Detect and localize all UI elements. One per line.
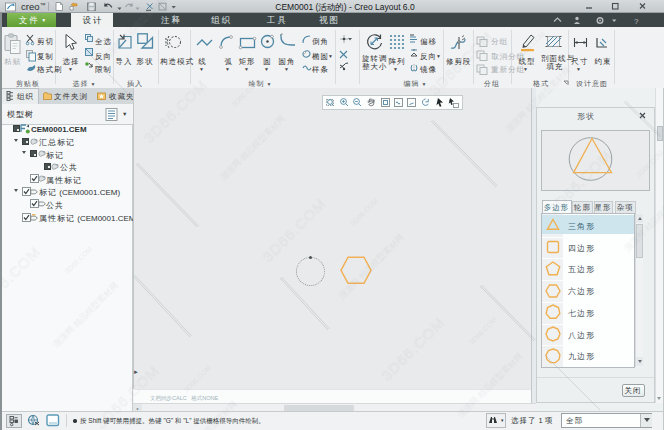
svg-text:?: ? <box>634 17 639 26</box>
